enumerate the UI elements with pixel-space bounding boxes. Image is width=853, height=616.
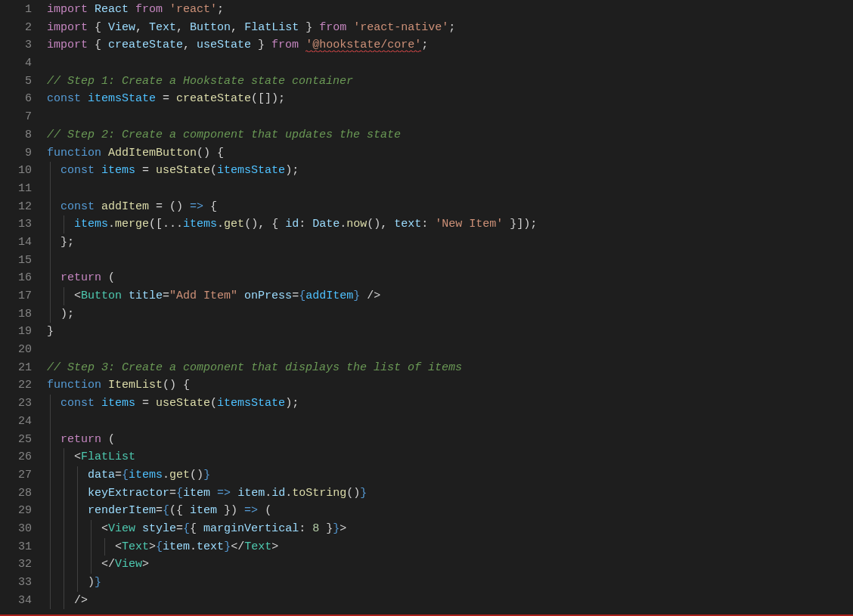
indent-guide (50, 234, 51, 252)
line-number-gutter: 1234567891011121314151617181920212223242… (0, 0, 47, 616)
code-line[interactable]: renderItem={({ item }) => ( (47, 502, 853, 520)
token-default: . (163, 469, 169, 481)
token-default: () (190, 469, 203, 481)
token-blue: => (244, 504, 258, 517)
token-default: { (88, 39, 108, 51)
code-content[interactable]: import React from 'react';import { View,… (47, 0, 853, 616)
line-number: 21 (0, 359, 32, 377)
code-line[interactable]: return ( (47, 431, 853, 449)
token-string: 'New Item' (435, 218, 503, 231)
token-var: Button (190, 21, 231, 34)
indent-guide (64, 538, 64, 556)
line-number: 28 (0, 484, 32, 503)
token-var: item (237, 487, 265, 500)
code-line[interactable]: function AddItemButton() { (47, 144, 853, 163)
token-default: ); (285, 164, 299, 177)
token-blue: => (217, 487, 231, 500)
line-content: )} (47, 576, 101, 589)
line-number: 9 (0, 144, 32, 163)
line-number: 15 (0, 252, 32, 270)
line-number: 11 (0, 180, 32, 198)
code-line[interactable]: const addItem = () => { (47, 198, 853, 216)
token-var: item (190, 504, 217, 517)
token-default: }; (47, 236, 74, 249)
token-blue: } (95, 576, 101, 589)
line-content: return ( (47, 271, 115, 284)
code-line[interactable]: </View> (47, 556, 853, 574)
line-content: // Step 1: Create a Hookstate state cont… (47, 75, 353, 88)
line-content: function AddItemButton() { (47, 147, 224, 159)
line-number: 10 (0, 162, 32, 180)
token-default: . (190, 540, 197, 553)
token-default: /> (360, 289, 380, 302)
code-line[interactable]: keyExtractor={item => item.id.toString()… (47, 484, 853, 503)
token-var: marginVertical (203, 522, 299, 535)
code-line[interactable] (47, 180, 853, 198)
token-var: React (95, 3, 129, 16)
code-line[interactable]: // Step 3: Create a component that displ… (47, 359, 853, 377)
code-line[interactable]: // Step 1: Create a Hookstate state cont… (47, 73, 853, 91)
token-const: addItem (306, 289, 353, 302)
token-default (95, 397, 101, 410)
token-keyword: import (47, 21, 88, 34)
line-content: const items = useState(itemsState); (47, 164, 299, 177)
code-line[interactable]: import React from 'react'; (47, 1, 853, 19)
token-default: /> (47, 594, 88, 607)
code-line[interactable]: )} (47, 574, 853, 592)
token-default: = () (149, 200, 190, 213)
code-line[interactable]: <Button title="Add Item" onPress={addIte… (47, 287, 853, 305)
code-line[interactable]: } (47, 323, 853, 341)
code-line[interactable]: ); (47, 305, 853, 323)
token-var: text (394, 218, 421, 231)
code-line[interactable]: <Text>{item.text}</Text> (47, 538, 853, 556)
token-default: { (203, 200, 217, 213)
token-default: , (135, 21, 149, 34)
code-line[interactable] (47, 413, 853, 431)
code-line[interactable]: <View style={{ marginVertical: 8 }}> (47, 520, 853, 538)
token-blue: => (190, 200, 203, 213)
token-type: FlatList (81, 450, 135, 463)
line-number: 8 (0, 126, 32, 144)
token-default: () (346, 487, 360, 500)
token-default (47, 469, 88, 481)
line-number: 23 (0, 395, 32, 413)
token-default (237, 289, 244, 302)
code-line[interactable]: const items = useState(itemsState); (47, 395, 853, 413)
token-default: }]); (503, 218, 537, 231)
code-line[interactable]: /> (47, 592, 853, 610)
code-line[interactable]: const items = useState(itemsState); (47, 162, 853, 180)
code-line[interactable] (47, 341, 853, 359)
code-line[interactable]: function ItemList() { (47, 376, 853, 395)
code-line[interactable] (47, 108, 853, 126)
indent-guide (64, 287, 64, 305)
code-line[interactable]: }; (47, 234, 853, 252)
token-const: itemsState (217, 164, 285, 177)
code-line[interactable] (47, 54, 853, 73)
code-line[interactable] (47, 252, 853, 270)
token-var: Date (312, 218, 340, 231)
code-line[interactable]: import { createState, useState } from '@… (47, 36, 853, 54)
indent-guide (64, 448, 64, 466)
line-number: 14 (0, 234, 32, 252)
token-default (47, 164, 60, 177)
line-content: import { View, Text, Button, FlatList } … (47, 21, 455, 34)
token-default (101, 147, 108, 159)
code-line[interactable]: const itemsState = createState([]); (47, 90, 853, 108)
token-default (95, 200, 101, 213)
line-number: 32 (0, 556, 32, 574)
code-line[interactable]: // Step 2: Create a component that updat… (47, 126, 853, 144)
token-blue: { (156, 540, 163, 553)
line-number: 1 (0, 1, 32, 19)
code-line[interactable]: import { View, Text, Button, FlatList } … (47, 19, 853, 37)
code-line[interactable]: <FlatList (47, 448, 853, 466)
token-var: keyExtractor (88, 487, 169, 500)
indent-guide (104, 538, 105, 556)
token-default: > (340, 522, 346, 535)
line-number: 29 (0, 502, 32, 520)
indent-guide (77, 538, 78, 556)
code-line[interactable]: items.merge([...items.get(), { id: Date.… (47, 215, 853, 234)
token-default: ); (285, 397, 299, 410)
code-line[interactable]: data={items.get()} (47, 466, 853, 484)
code-editor[interactable]: 1234567891011121314151617181920212223242… (0, 0, 853, 616)
code-line[interactable]: return ( (47, 269, 853, 287)
